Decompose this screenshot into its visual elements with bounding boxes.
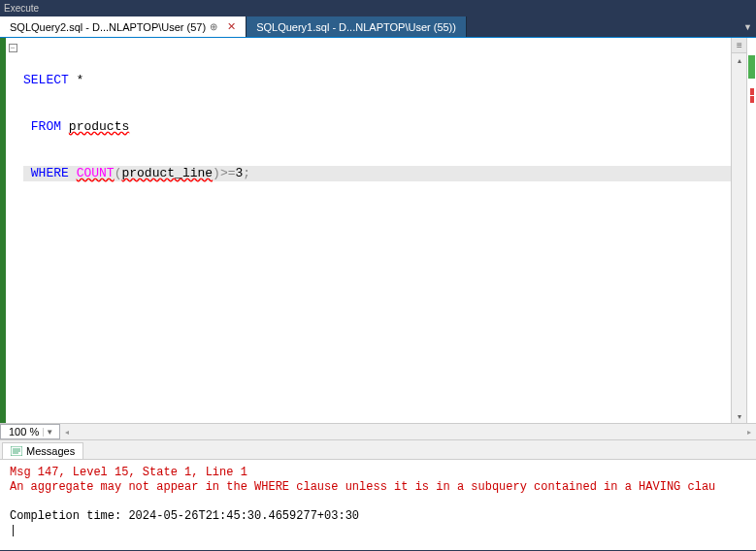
zoom-select[interactable]: 100 % ▼ [0, 424, 60, 439]
code-editor: − SELECT * FROM products WHERE COUNT(pro… [0, 38, 756, 423]
outline-gutter: − [6, 38, 19, 423]
code-area[interactable]: SELECT * FROM products WHERE COUNT(produ… [19, 38, 731, 423]
tab-dropdown-icon[interactable]: ▼ [743, 22, 752, 32]
horizontal-scrollbar[interactable]: ◂ ▸ [60, 425, 756, 438]
keyword-from: FROM [31, 119, 61, 134]
scroll-up-icon[interactable]: ▴ [732, 53, 746, 67]
pin-icon[interactable]: ⊕ [210, 21, 217, 32]
tab-label: SQLQuery1.sql - D...NLAPTOP\User (55)) [256, 21, 456, 33]
completion-time: Completion time: 2024-05-26T21:45:30.465… [10, 509, 746, 524]
results-tab-bar: Messages [0, 440, 756, 460]
error-body: An aggregate may not appear in the WHERE… [10, 480, 746, 495]
outline-collapse-icon[interactable]: − [9, 44, 17, 52]
execute-button[interactable]: Execute [4, 3, 39, 14]
ok-indicator [748, 55, 755, 79]
error-indicator-bar [746, 38, 756, 423]
tab-sqlquery1[interactable]: SQLQuery1.sql - D...NLAPTOP\User (55)) [247, 16, 467, 37]
scroll-down-icon[interactable]: ▾ [732, 409, 746, 423]
error-marker[interactable] [750, 88, 754, 95]
tab-bar: SQLQuery2.sql - D...NLAPTOP\User (57) ⊕ … [0, 16, 756, 38]
cursor-indicator: | [10, 524, 746, 538]
keyword-where: WHERE [31, 166, 69, 180]
messages-tab-label: Messages [26, 445, 75, 457]
tab-label: SQLQuery2.sql - D...NLAPTOP\User (57) [10, 21, 206, 33]
error-marker[interactable] [750, 96, 754, 103]
vertical-scrollbar[interactable]: ≡ ▴ ▾ [731, 38, 746, 423]
close-icon[interactable]: ✕ [227, 20, 236, 33]
split-window-icon[interactable]: ≡ [732, 38, 747, 53]
tab-overflow: ▼ [467, 16, 756, 37]
scrollbar-track[interactable] [732, 67, 746, 409]
zoom-value: 100 % [5, 426, 43, 438]
tab-messages[interactable]: Messages [2, 442, 83, 459]
messages-panel[interactable]: Msg 147, Level 15, State 1, Line 1 An ag… [0, 460, 756, 550]
func-count: COUNT [77, 166, 115, 180]
scroll-left-icon[interactable]: ◂ [60, 428, 74, 437]
main-toolbar: Execute [0, 0, 756, 16]
scroll-right-icon[interactable]: ▸ [742, 428, 756, 437]
tab-sqlquery2[interactable]: SQLQuery2.sql - D...NLAPTOP\User (57) ⊕ … [0, 16, 247, 37]
editor-status-bar: 100 % ▼ ◂ ▸ [0, 423, 756, 440]
identifier-product-line: product_line [121, 166, 213, 180]
error-header: Msg 147, Level 15, State 1, Line 1 [10, 466, 746, 480]
keyword-select: SELECT [23, 73, 69, 87]
messages-icon [11, 446, 22, 456]
identifier-products: products [69, 119, 129, 134]
chevron-down-icon[interactable]: ▼ [43, 428, 55, 437]
